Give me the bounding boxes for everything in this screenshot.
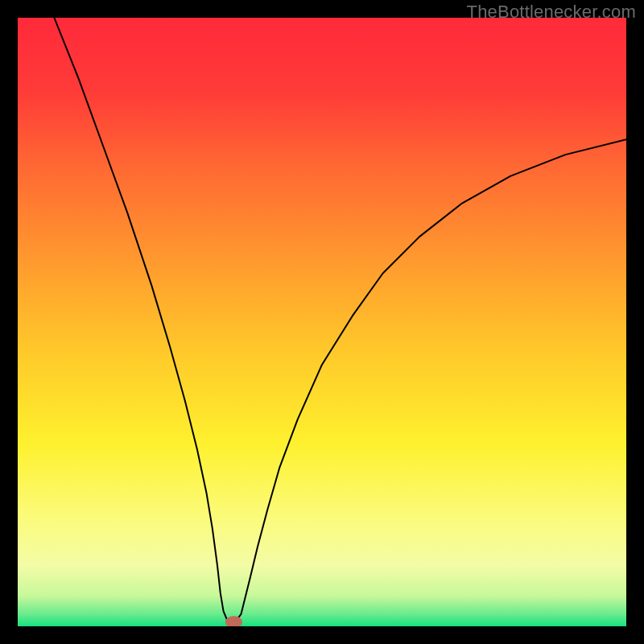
chart-background (18, 18, 626, 626)
plot-area (18, 18, 626, 626)
watermark-text: TheBottlenecker.com (467, 2, 636, 23)
chart-svg (18, 18, 626, 626)
chart-frame: TheBottlenecker.com (0, 0, 644, 644)
